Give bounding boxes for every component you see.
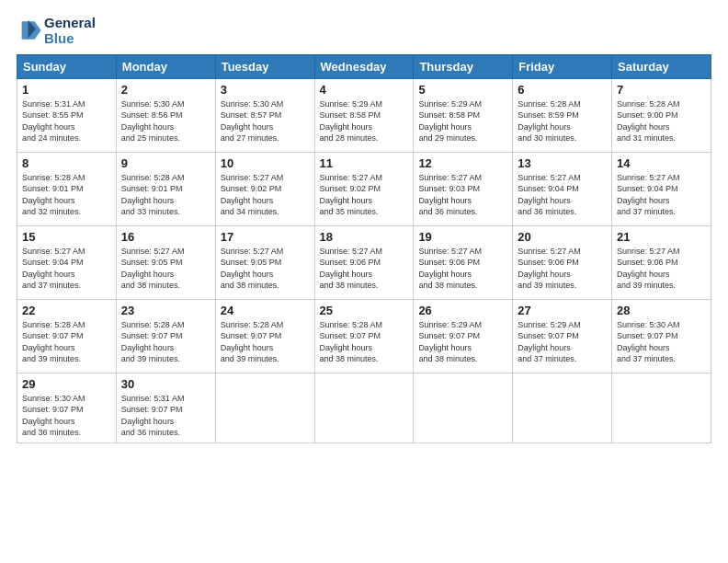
weekday-header: Thursday — [414, 54, 513, 78]
day-number: 26 — [418, 304, 507, 317]
calendar-day-cell: 10 Sunrise: 5:27 AMSunset: 9:02 PMDaylig… — [215, 152, 314, 225]
day-number: 3 — [221, 83, 310, 97]
day-info: Sunrise: 5:30 AMSunset: 8:57 PMDaylight … — [221, 99, 284, 144]
calendar-day-cell: 15 Sunrise: 5:27 AMSunset: 9:04 PMDaylig… — [17, 225, 117, 299]
calendar-week-row: 8 Sunrise: 5:28 AMSunset: 9:01 PMDayligh… — [17, 152, 711, 225]
day-info: Sunrise: 5:30 AMSunset: 8:56 PMDaylight … — [121, 99, 185, 144]
day-info: Sunrise: 5:27 AMSunset: 9:04 PMDaylight … — [617, 173, 680, 217]
day-number: 15 — [22, 230, 111, 244]
day-info: Sunrise: 5:29 AMSunset: 9:07 PMDaylight … — [418, 320, 482, 364]
calendar-day-cell: 17 Sunrise: 5:27 AMSunset: 9:05 PMDaylig… — [215, 225, 314, 299]
day-number: 1 — [22, 83, 111, 97]
calendar: SundayMondayTuesdayWednesdayThursdayFrid… — [17, 54, 711, 443]
weekday-header: Monday — [116, 54, 215, 78]
day-number: 8 — [22, 156, 111, 170]
calendar-day-cell: 25 Sunrise: 5:28 AMSunset: 9:07 PMDaylig… — [314, 299, 414, 373]
logo-text: General Blue — [44, 15, 96, 47]
calendar-day-cell: 21 Sunrise: 5:27 AMSunset: 9:06 PMDaylig… — [612, 225, 711, 299]
day-number: 9 — [121, 156, 210, 170]
day-number: 5 — [418, 83, 507, 97]
logo: General Blue — [17, 15, 96, 47]
day-number: 6 — [518, 83, 607, 97]
day-number: 2 — [121, 83, 210, 97]
day-number: 27 — [518, 304, 607, 317]
day-info: Sunrise: 5:27 AMSunset: 9:06 PMDaylight … — [518, 247, 581, 291]
day-info: Sunrise: 5:28 AMSunset: 9:07 PMDaylight … — [320, 320, 383, 364]
day-info: Sunrise: 5:29 AMSunset: 8:58 PMDaylight … — [320, 99, 383, 144]
day-info: Sunrise: 5:27 AMSunset: 9:02 PMDaylight … — [221, 173, 284, 217]
day-info: Sunrise: 5:27 AMSunset: 9:06 PMDaylight … — [617, 247, 680, 291]
day-info: Sunrise: 5:28 AMSunset: 9:01 PMDaylight … — [22, 173, 85, 217]
day-number: 25 — [320, 304, 409, 317]
day-number: 14 — [617, 156, 706, 170]
day-info: Sunrise: 5:28 AMSunset: 9:07 PMDaylight … — [121, 320, 185, 364]
weekday-header: Saturday — [612, 54, 711, 78]
day-info: Sunrise: 5:27 AMSunset: 9:02 PMDaylight … — [320, 173, 383, 217]
day-info: Sunrise: 5:27 AMSunset: 9:06 PMDaylight … — [320, 247, 383, 291]
day-number: 7 — [617, 83, 706, 97]
day-info: Sunrise: 5:29 AMSunset: 9:07 PMDaylight … — [518, 320, 581, 364]
calendar-day-cell: 28 Sunrise: 5:30 AMSunset: 9:07 PMDaylig… — [612, 299, 711, 373]
calendar-day-cell: 5 Sunrise: 5:29 AMSunset: 8:58 PMDayligh… — [414, 78, 513, 152]
day-info: Sunrise: 5:28 AMSunset: 9:00 PMDaylight … — [617, 99, 680, 144]
calendar-day-cell: 1 Sunrise: 5:31 AMSunset: 8:55 PMDayligh… — [17, 78, 117, 152]
calendar-header-row: SundayMondayTuesdayWednesdayThursdayFrid… — [17, 54, 711, 78]
calendar-day-cell — [612, 373, 711, 442]
day-number: 28 — [617, 304, 706, 317]
calendar-week-row: 15 Sunrise: 5:27 AMSunset: 9:04 PMDaylig… — [17, 225, 711, 299]
weekday-header: Friday — [513, 54, 612, 78]
calendar-day-cell: 11 Sunrise: 5:27 AMSunset: 9:02 PMDaylig… — [314, 152, 414, 225]
day-number: 20 — [518, 230, 607, 244]
day-info: Sunrise: 5:27 AMSunset: 9:06 PMDaylight … — [418, 247, 482, 291]
day-number: 12 — [418, 156, 507, 170]
day-info: Sunrise: 5:27 AMSunset: 9:05 PMDaylight … — [121, 247, 185, 291]
day-number: 21 — [617, 230, 706, 244]
day-number: 29 — [22, 377, 111, 391]
calendar-day-cell: 22 Sunrise: 5:28 AMSunset: 9:07 PMDaylig… — [17, 299, 117, 373]
day-info: Sunrise: 5:31 AMSunset: 9:07 PMDaylight … — [121, 394, 185, 438]
day-info: Sunrise: 5:28 AMSunset: 9:01 PMDaylight … — [121, 173, 185, 217]
day-info: Sunrise: 5:30 AMSunset: 9:07 PMDaylight … — [617, 320, 680, 364]
calendar-day-cell: 26 Sunrise: 5:29 AMSunset: 9:07 PMDaylig… — [414, 299, 513, 373]
weekday-header: Tuesday — [215, 54, 314, 78]
calendar-day-cell: 8 Sunrise: 5:28 AMSunset: 9:01 PMDayligh… — [17, 152, 117, 225]
calendar-day-cell: 4 Sunrise: 5:29 AMSunset: 8:58 PMDayligh… — [314, 78, 414, 152]
day-number: 13 — [518, 156, 607, 170]
calendar-day-cell: 13 Sunrise: 5:27 AMSunset: 9:04 PMDaylig… — [513, 152, 612, 225]
day-info: Sunrise: 5:30 AMSunset: 9:07 PMDaylight … — [22, 394, 85, 438]
day-info: Sunrise: 5:31 AMSunset: 8:55 PMDaylight … — [22, 99, 85, 144]
calendar-week-row: 22 Sunrise: 5:28 AMSunset: 9:07 PMDaylig… — [17, 299, 711, 373]
weekday-header: Sunday — [17, 54, 117, 78]
calendar-week-row: 29 Sunrise: 5:30 AMSunset: 9:07 PMDaylig… — [17, 373, 711, 442]
weekday-header: Wednesday — [314, 54, 414, 78]
calendar-day-cell: 24 Sunrise: 5:28 AMSunset: 9:07 PMDaylig… — [215, 299, 314, 373]
calendar-day-cell: 27 Sunrise: 5:29 AMSunset: 9:07 PMDaylig… — [513, 299, 612, 373]
day-info: Sunrise: 5:29 AMSunset: 8:58 PMDaylight … — [418, 99, 482, 144]
day-number: 11 — [320, 156, 409, 170]
logo-icon — [17, 17, 42, 43]
calendar-day-cell: 20 Sunrise: 5:27 AMSunset: 9:06 PMDaylig… — [513, 225, 612, 299]
calendar-day-cell: 29 Sunrise: 5:30 AMSunset: 9:07 PMDaylig… — [17, 373, 117, 442]
header: General Blue — [17, 15, 711, 47]
day-number: 24 — [221, 304, 310, 317]
day-number: 10 — [221, 156, 310, 170]
day-info: Sunrise: 5:27 AMSunset: 9:04 PMDaylight … — [22, 247, 85, 291]
day-number: 30 — [121, 377, 210, 391]
calendar-day-cell: 14 Sunrise: 5:27 AMSunset: 9:04 PMDaylig… — [612, 152, 711, 225]
calendar-day-cell — [215, 373, 314, 442]
calendar-day-cell — [414, 373, 513, 442]
calendar-day-cell — [314, 373, 414, 442]
calendar-day-cell: 16 Sunrise: 5:27 AMSunset: 9:05 PMDaylig… — [116, 225, 215, 299]
calendar-day-cell — [513, 373, 612, 442]
calendar-day-cell: 19 Sunrise: 5:27 AMSunset: 9:06 PMDaylig… — [414, 225, 513, 299]
day-number: 23 — [121, 304, 210, 317]
calendar-day-cell: 7 Sunrise: 5:28 AMSunset: 9:00 PMDayligh… — [612, 78, 711, 152]
calendar-day-cell: 2 Sunrise: 5:30 AMSunset: 8:56 PMDayligh… — [116, 78, 215, 152]
day-number: 4 — [320, 83, 409, 97]
calendar-day-cell: 23 Sunrise: 5:28 AMSunset: 9:07 PMDaylig… — [116, 299, 215, 373]
calendar-day-cell: 18 Sunrise: 5:27 AMSunset: 9:06 PMDaylig… — [314, 225, 414, 299]
day-number: 22 — [22, 304, 111, 317]
calendar-day-cell: 12 Sunrise: 5:27 AMSunset: 9:03 PMDaylig… — [414, 152, 513, 225]
day-info: Sunrise: 5:27 AMSunset: 9:05 PMDaylight … — [221, 247, 284, 291]
day-info: Sunrise: 5:28 AMSunset: 9:07 PMDaylight … — [22, 320, 85, 364]
